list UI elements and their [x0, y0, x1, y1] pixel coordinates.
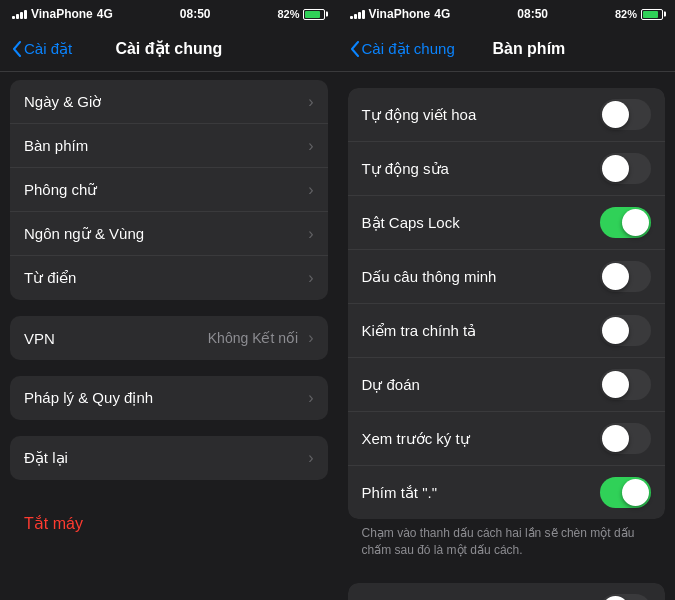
left-section-1: Ngày & Giờ › Bàn phím › Phông chữ › Ngôn… — [10, 80, 328, 300]
right-page-title: Bàn phím — [455, 40, 603, 58]
network-label: 4G — [434, 7, 450, 21]
left-nav-bar: Cài đặt Cài đặt chung — [0, 28, 338, 72]
right-panel: VinaPhone 4G 08:50 82% Cài đặt chung Bàn… — [338, 0, 676, 600]
power-off-button[interactable]: Tắt máy — [10, 500, 328, 547]
chevron-icon: › — [308, 225, 313, 243]
left-section-vpn: VPN Không Kết nối › — [10, 316, 328, 360]
list-item-dictionary[interactable]: Từ điển › — [10, 256, 328, 300]
battery-icon — [303, 9, 325, 20]
battery-percent: 82% — [277, 8, 299, 20]
left-section-legal: Pháp lý & Quy định › — [10, 376, 328, 420]
battery-icon — [641, 9, 663, 20]
smart-punctuation-toggle[interactable] — [600, 261, 651, 292]
chevron-icon: › — [308, 181, 313, 199]
list-item-keyboard[interactable]: Bàn phím › — [10, 124, 328, 168]
right-status-bar: VinaPhone 4G 08:50 82% — [338, 0, 676, 28]
carrier-label: VinaPhone — [31, 7, 93, 21]
battery-percent: 82% — [615, 8, 637, 20]
chevron-icon: › — [308, 329, 313, 347]
predictive-toggle[interactable] — [600, 369, 651, 400]
right-settings-list: Tự động viết hoa Tự động sửa Bật Caps Lo… — [338, 72, 676, 600]
left-page-title: Cài đặt chung — [72, 39, 265, 58]
chevron-icon: › — [308, 137, 313, 155]
setting-auto-capitalize[interactable]: Tự động viết hoa — [348, 88, 666, 142]
chevron-left-icon — [350, 41, 360, 57]
chevron-icon: › — [308, 269, 313, 287]
setting-spell-check[interactable]: Kiểm tra chính tả — [348, 304, 666, 358]
list-item-reset[interactable]: Đặt lại › — [10, 436, 328, 480]
chevron-icon: › — [308, 449, 313, 467]
left-status-right: 82% — [277, 8, 325, 20]
left-status-left: VinaPhone 4G — [12, 7, 113, 21]
keyboard-section-1: Tự động viết hoa Tự động sửa Bật Caps Lo… — [348, 88, 666, 519]
left-section-reset: Đặt lại › — [10, 436, 328, 480]
right-status-left: VinaPhone 4G — [350, 7, 451, 21]
dictation-toggle[interactable] — [600, 594, 651, 600]
right-nav-bar: Cài đặt chung Bàn phím — [338, 28, 676, 72]
list-item-language[interactable]: Ngôn ngữ & Vùng › — [10, 212, 328, 256]
time-label: 08:50 — [517, 7, 548, 21]
list-item-font[interactable]: Phông chữ › — [10, 168, 328, 212]
caps-lock-toggle[interactable] — [600, 207, 651, 238]
setting-predictive[interactable]: Dự đoán — [348, 358, 666, 412]
carrier-label: VinaPhone — [369, 7, 431, 21]
time-label: 08:50 — [180, 7, 211, 21]
setting-period-shortcut[interactable]: Phím tắt "." — [348, 466, 666, 519]
chevron-left-icon — [12, 41, 22, 57]
right-back-button[interactable]: Cài đặt chung — [350, 40, 455, 58]
left-status-bar: VinaPhone 4G 08:50 82% — [0, 0, 338, 28]
list-item-vpn[interactable]: VPN Không Kết nối › — [10, 316, 328, 360]
period-shortcut-hint: Chạm vào thanh dấu cách hai lần sẽ chèn … — [348, 519, 666, 567]
setting-dictation[interactable]: Bật Đọc chính tả — [348, 583, 666, 600]
spell-check-toggle[interactable] — [600, 315, 651, 346]
chevron-icon: › — [308, 389, 313, 407]
left-back-button[interactable]: Cài đặt — [12, 40, 72, 58]
period-shortcut-toggle[interactable] — [600, 477, 651, 508]
signal-icon — [350, 9, 365, 19]
power-off-container: Tắt máy — [10, 500, 328, 547]
list-item-legal[interactable]: Pháp lý & Quy định › — [10, 376, 328, 420]
char-preview-toggle[interactable] — [600, 423, 651, 454]
setting-caps-lock[interactable]: Bật Caps Lock — [348, 196, 666, 250]
network-label: 4G — [97, 7, 113, 21]
auto-correct-toggle[interactable] — [600, 153, 651, 184]
keyboard-section-2: Bật Đọc chính tả — [348, 583, 666, 600]
setting-auto-correct[interactable]: Tự động sửa — [348, 142, 666, 196]
auto-capitalize-toggle[interactable] — [600, 99, 651, 130]
list-item-date-time[interactable]: Ngày & Giờ › — [10, 80, 328, 124]
signal-icon — [12, 9, 27, 19]
right-status-right: 82% — [615, 8, 663, 20]
left-content: Ngày & Giờ › Bàn phím › Phông chữ › Ngôn… — [0, 72, 338, 600]
setting-smart-punctuation[interactable]: Dấu câu thông minh — [348, 250, 666, 304]
left-panel: VinaPhone 4G 08:50 82% Cài đặt Cài đặt c… — [0, 0, 338, 600]
chevron-icon: › — [308, 93, 313, 111]
setting-character-preview[interactable]: Xem trước ký tự — [348, 412, 666, 466]
